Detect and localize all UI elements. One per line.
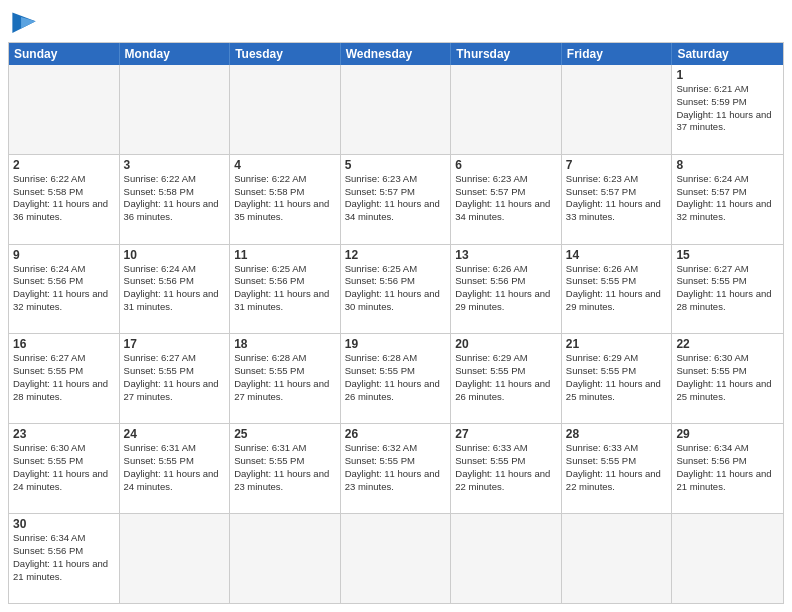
day-number: 19 [345,337,447,351]
day-info: Sunrise: 6:27 AM Sunset: 5:55 PM Dayligh… [676,263,779,314]
day-cell-16: 16Sunrise: 6:27 AM Sunset: 5:55 PM Dayli… [9,334,120,423]
day-info: Sunrise: 6:34 AM Sunset: 5:56 PM Dayligh… [676,442,779,493]
day-cell-26: 26Sunrise: 6:32 AM Sunset: 5:55 PM Dayli… [341,424,452,513]
day-info: Sunrise: 6:30 AM Sunset: 5:55 PM Dayligh… [676,352,779,403]
header-day-saturday: Saturday [672,43,783,65]
day-info: Sunrise: 6:31 AM Sunset: 5:55 PM Dayligh… [124,442,226,493]
calendar-header: SundayMondayTuesdayWednesdayThursdayFrid… [9,43,783,65]
day-info: Sunrise: 6:31 AM Sunset: 5:55 PM Dayligh… [234,442,336,493]
calendar-row-3: 16Sunrise: 6:27 AM Sunset: 5:55 PM Dayli… [9,333,783,423]
logo-icon [8,8,40,36]
day-cell-15: 15Sunrise: 6:27 AM Sunset: 5:55 PM Dayli… [672,245,783,334]
day-cell-4: 4Sunrise: 6:22 AM Sunset: 5:58 PM Daylig… [230,155,341,244]
day-number: 15 [676,248,779,262]
day-info: Sunrise: 6:24 AM Sunset: 5:57 PM Dayligh… [676,173,779,224]
day-info: Sunrise: 6:23 AM Sunset: 5:57 PM Dayligh… [455,173,557,224]
calendar-row-5: 30Sunrise: 6:34 AM Sunset: 5:56 PM Dayli… [9,513,783,603]
day-cell-10: 10Sunrise: 6:24 AM Sunset: 5:56 PM Dayli… [120,245,231,334]
calendar-body: 1Sunrise: 6:21 AM Sunset: 5:59 PM Daylig… [9,65,783,603]
day-number: 10 [124,248,226,262]
day-cell-23: 23Sunrise: 6:30 AM Sunset: 5:55 PM Dayli… [9,424,120,513]
day-info: Sunrise: 6:25 AM Sunset: 5:56 PM Dayligh… [234,263,336,314]
day-cell-14: 14Sunrise: 6:26 AM Sunset: 5:55 PM Dayli… [562,245,673,334]
day-cell-28: 28Sunrise: 6:33 AM Sunset: 5:55 PM Dayli… [562,424,673,513]
day-number: 18 [234,337,336,351]
calendar-row-0: 1Sunrise: 6:21 AM Sunset: 5:59 PM Daylig… [9,65,783,154]
day-number: 12 [345,248,447,262]
day-info: Sunrise: 6:24 AM Sunset: 5:56 PM Dayligh… [13,263,115,314]
day-number: 6 [455,158,557,172]
day-info: Sunrise: 6:23 AM Sunset: 5:57 PM Dayligh… [345,173,447,224]
empty-cell [451,514,562,603]
day-cell-24: 24Sunrise: 6:31 AM Sunset: 5:55 PM Dayli… [120,424,231,513]
day-number: 23 [13,427,115,441]
day-number: 4 [234,158,336,172]
day-cell-25: 25Sunrise: 6:31 AM Sunset: 5:55 PM Dayli… [230,424,341,513]
day-info: Sunrise: 6:27 AM Sunset: 5:55 PM Dayligh… [124,352,226,403]
day-cell-27: 27Sunrise: 6:33 AM Sunset: 5:55 PM Dayli… [451,424,562,513]
day-number: 30 [13,517,115,531]
calendar-row-4: 23Sunrise: 6:30 AM Sunset: 5:55 PM Dayli… [9,423,783,513]
day-info: Sunrise: 6:28 AM Sunset: 5:55 PM Dayligh… [345,352,447,403]
day-cell-9: 9Sunrise: 6:24 AM Sunset: 5:56 PM Daylig… [9,245,120,334]
day-number: 2 [13,158,115,172]
day-number: 9 [13,248,115,262]
day-number: 8 [676,158,779,172]
day-info: Sunrise: 6:26 AM Sunset: 5:56 PM Dayligh… [455,263,557,314]
day-info: Sunrise: 6:21 AM Sunset: 5:59 PM Dayligh… [676,83,779,134]
day-info: Sunrise: 6:24 AM Sunset: 5:56 PM Dayligh… [124,263,226,314]
empty-cell [451,65,562,154]
day-number: 29 [676,427,779,441]
day-info: Sunrise: 6:33 AM Sunset: 5:55 PM Dayligh… [566,442,668,493]
empty-cell [341,65,452,154]
day-number: 21 [566,337,668,351]
day-number: 20 [455,337,557,351]
empty-cell [9,65,120,154]
day-number: 1 [676,68,779,82]
header [8,8,784,36]
day-number: 5 [345,158,447,172]
day-info: Sunrise: 6:29 AM Sunset: 5:55 PM Dayligh… [455,352,557,403]
day-info: Sunrise: 6:25 AM Sunset: 5:56 PM Dayligh… [345,263,447,314]
day-number: 16 [13,337,115,351]
day-cell-2: 2Sunrise: 6:22 AM Sunset: 5:58 PM Daylig… [9,155,120,244]
day-cell-1: 1Sunrise: 6:21 AM Sunset: 5:59 PM Daylig… [672,65,783,154]
header-day-friday: Friday [562,43,673,65]
day-cell-21: 21Sunrise: 6:29 AM Sunset: 5:55 PM Dayli… [562,334,673,423]
empty-cell [120,514,231,603]
day-cell-11: 11Sunrise: 6:25 AM Sunset: 5:56 PM Dayli… [230,245,341,334]
day-info: Sunrise: 6:22 AM Sunset: 5:58 PM Dayligh… [234,173,336,224]
empty-cell [562,65,673,154]
day-info: Sunrise: 6:26 AM Sunset: 5:55 PM Dayligh… [566,263,668,314]
empty-cell [120,65,231,154]
day-cell-6: 6Sunrise: 6:23 AM Sunset: 5:57 PM Daylig… [451,155,562,244]
header-day-wednesday: Wednesday [341,43,452,65]
day-info: Sunrise: 6:28 AM Sunset: 5:55 PM Dayligh… [234,352,336,403]
day-number: 25 [234,427,336,441]
day-cell-8: 8Sunrise: 6:24 AM Sunset: 5:57 PM Daylig… [672,155,783,244]
logo [8,8,44,36]
header-day-thursday: Thursday [451,43,562,65]
empty-cell [230,514,341,603]
day-cell-12: 12Sunrise: 6:25 AM Sunset: 5:56 PM Dayli… [341,245,452,334]
day-number: 11 [234,248,336,262]
day-info: Sunrise: 6:33 AM Sunset: 5:55 PM Dayligh… [455,442,557,493]
day-info: Sunrise: 6:22 AM Sunset: 5:58 PM Dayligh… [13,173,115,224]
day-cell-17: 17Sunrise: 6:27 AM Sunset: 5:55 PM Dayli… [120,334,231,423]
day-info: Sunrise: 6:22 AM Sunset: 5:58 PM Dayligh… [124,173,226,224]
empty-cell [230,65,341,154]
day-number: 3 [124,158,226,172]
day-number: 28 [566,427,668,441]
calendar-row-2: 9Sunrise: 6:24 AM Sunset: 5:56 PM Daylig… [9,244,783,334]
day-cell-29: 29Sunrise: 6:34 AM Sunset: 5:56 PM Dayli… [672,424,783,513]
day-info: Sunrise: 6:30 AM Sunset: 5:55 PM Dayligh… [13,442,115,493]
day-cell-5: 5Sunrise: 6:23 AM Sunset: 5:57 PM Daylig… [341,155,452,244]
calendar: SundayMondayTuesdayWednesdayThursdayFrid… [8,42,784,604]
day-number: 27 [455,427,557,441]
day-cell-20: 20Sunrise: 6:29 AM Sunset: 5:55 PM Dayli… [451,334,562,423]
day-number: 14 [566,248,668,262]
day-number: 22 [676,337,779,351]
day-info: Sunrise: 6:23 AM Sunset: 5:57 PM Dayligh… [566,173,668,224]
header-day-tuesday: Tuesday [230,43,341,65]
day-info: Sunrise: 6:29 AM Sunset: 5:55 PM Dayligh… [566,352,668,403]
